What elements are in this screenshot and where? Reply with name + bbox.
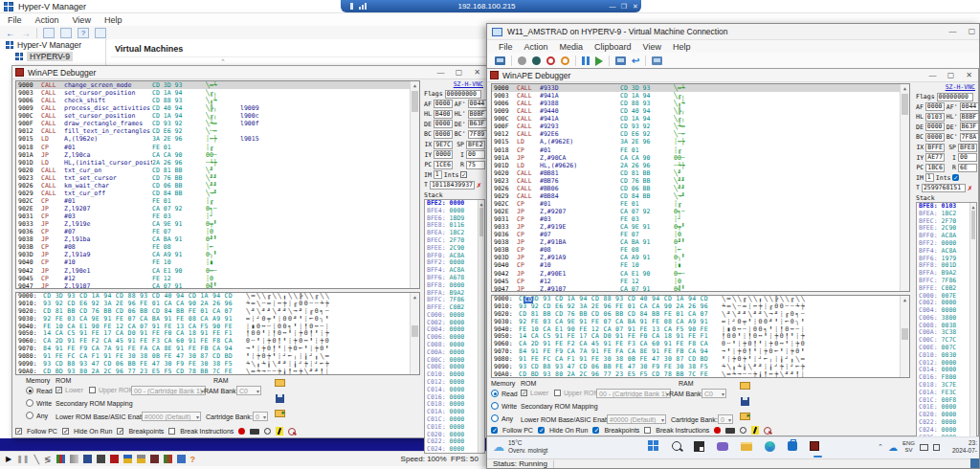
break-instructions-checkbox[interactable] — [644, 427, 651, 434]
disasm-row[interactable]: 9020 CALL #BB81 CD 81 BB ╲╜ — [492, 169, 909, 177]
register-field[interactable]: B63F — [468, 120, 487, 128]
disasm-row[interactable]: 9029 CALL #BB84 CD 84 BB ╲╼╜ — [492, 192, 909, 200]
rdp-close-button[interactable]: ✕ — [630, 3, 641, 11]
task-view-icon[interactable] — [694, 441, 704, 452]
mem-row[interactable]: 9090: 93 CD B8 93 47 CD 06 BB FE 47 30 F… — [492, 364, 909, 371]
mem-row[interactable]: 9080: 91 FE FC CA F1 91 FE 30 38 0B FE 4… — [16, 353, 419, 361]
register-field[interactable]: 0000 — [925, 133, 945, 142]
any-radio[interactable] — [26, 412, 33, 419]
flags-field[interactable]: 00000000 — [937, 93, 973, 101]
disasm-row[interactable]: 9003 CALL set_cursor_position CD 1A 94 ╲… — [16, 89, 419, 97]
im-field[interactable]: 1 — [925, 173, 934, 182]
close-button[interactable]: ✕ — [962, 70, 976, 81]
pause-icon[interactable]: ❚❚ — [16, 455, 29, 463]
register-field[interactable]: BFFE — [925, 144, 945, 152]
tree-item-hyperv9[interactable]: HYPERV-9 — [0, 51, 105, 62]
disasm-row[interactable]: 9009 CALL #9440 CD 40 94 ╲╠╷ — [492, 107, 909, 115]
register-field[interactable]: BFE8 — [958, 144, 977, 152]
memory-scrollbar[interactable]: ▲ — [410, 293, 419, 374]
disasm-row[interactable]: 9042 JP Z,l90e1 CA E1 90 Θ╍╌ — [16, 267, 419, 275]
vmconnect-menu-item[interactable]: Help — [673, 42, 691, 52]
disasm-row[interactable]: 9006 CALL #9388 CD 88 93 ╲╻┶ — [492, 100, 909, 107]
disasm-row[interactable]: 9015 LD A,(l962e) 3A 2E 96 ┆╍┾ l9015 — [16, 135, 419, 143]
disasm-row[interactable]: 9000 CALL change_screen_mode CD 3D 93 ╲═… — [16, 81, 419, 89]
disasm-row[interactable]: 9023 CALL txt_set_cursor CD 76 BB ╲╜╜ — [16, 174, 419, 182]
mem-row[interactable]: 9050: 14 CA C5 91 FE 17 CA D0 91 FE F0 C… — [492, 333, 909, 341]
stack-scrollbar[interactable]: ▲ — [478, 200, 484, 453]
disc-clock-icon[interactable] — [137, 455, 145, 463]
flags-field[interactable]: 00000000 — [445, 90, 481, 99]
disasm-row[interactable]: 9036 CP #07 FE 07 ┆Θ — [16, 228, 419, 235]
disasm-row[interactable]: 900C CALL #941A CD 1A 94 ╲╓╷ — [492, 115, 909, 123]
flags-link[interactable]: SZ-H-VNC — [424, 80, 485, 88]
edge-icon[interactable] — [765, 441, 775, 452]
minimize-button[interactable]: — — [925, 70, 940, 81]
language-indicator[interactable]: ENGSV — [902, 440, 915, 454]
follow-pc-checkbox[interactable] — [15, 428, 22, 435]
mem-row[interactable]: 9070: 84 91 FE F9 CA 7A 91 FE FA CA 8E 9… — [492, 348, 909, 356]
disasm-row[interactable]: 902E JP Z,#9207 CA 07 92 Θ╕╌ — [492, 208, 909, 215]
tape-icon[interactable] — [250, 429, 259, 435]
disc-save-icon[interactable] — [123, 455, 132, 463]
maximize-button[interactable]: ▢ — [944, 70, 958, 81]
disasm-row[interactable]: 9009 CALL process_disc_activities CD 40 … — [16, 104, 419, 112]
register-field[interactable]: 0000 — [925, 102, 945, 111]
save-snapshot-icon[interactable] — [83, 455, 92, 463]
export-icon[interactable] — [740, 413, 750, 420]
vmconnect-menu-item[interactable]: File — [499, 42, 513, 52]
disasm-row[interactable]: 9006 CALL check_shift CD 88 93 ╲╻┶ — [16, 97, 419, 104]
lower-rom-checkbox[interactable] — [56, 387, 62, 393]
disasm-scrollbar[interactable]: ▲ — [410, 81, 419, 288]
reset-counter-icon[interactable]: ✗ — [477, 181, 481, 190]
upper-rom-combo[interactable]: 00 - (Cartridge Bank 1) — [131, 386, 206, 395]
tape-icon[interactable] — [97, 455, 105, 463]
mem-row[interactable]: 9080: 91 FE FC CA F1 91 FE 30 38 0B FE 4… — [492, 356, 909, 364]
register-field[interactable]: 0000 — [434, 120, 453, 128]
winape-taskbar-icon[interactable] — [810, 441, 819, 451]
t-states-field[interactable]: 10118439937 — [430, 181, 475, 190]
disasm-scrollbar[interactable]: ▲ — [900, 84, 909, 291]
disasm-row[interactable]: 9038 JP Z,#91BA CA BA 91 Θ╜╹ — [492, 238, 909, 246]
register-field[interactable]: B8BF — [960, 113, 979, 122]
multiface-icon[interactable] — [164, 455, 172, 463]
window-icon[interactable] — [95, 28, 106, 38]
mem-row[interactable]: 9090: 93 CD B8 93 47 CD 06 BB FE 47 30 F… — [16, 361, 419, 368]
tree-item-root[interactable]: Hyper-V Manager — [0, 39, 105, 51]
maximize-button[interactable]: ▢ — [452, 67, 466, 78]
disasm-row[interactable]: 9020 CALL txt_cur_on CD 81 BB ╲╜ — [16, 167, 419, 174]
register-field[interactable]: B0BF — [468, 110, 487, 119]
network-icon[interactable] — [177, 455, 186, 463]
lower-rom-base-combo[interactable]: #0000 (Default) — [607, 414, 666, 424]
checkpoint-icon[interactable] — [615, 56, 626, 65]
export-icon[interactable] — [275, 410, 285, 417]
export-console-icon[interactable] — [43, 28, 55, 38]
disasm-row[interactable]: 9033 JP Z,l919e CA 9E 91 Θ╤╹ — [16, 220, 419, 228]
upper-rom-checkbox[interactable] — [89, 387, 96, 393]
disasm-row[interactable]: 9033 JP Z,#919E CA 9E 91 Θ╤╹ — [492, 223, 909, 231]
disasm-row[interactable]: 9040 CP #10 FE 10 ┆▮ — [492, 261, 909, 269]
forward-arrow-icon[interactable]: → — [21, 28, 31, 38]
start-icon[interactable] — [532, 56, 541, 65]
disasm-row[interactable]: 9045 CP #12 FE 12 ┆Θ — [16, 275, 419, 282]
t-states-field[interactable]: 2599768151 — [922, 184, 966, 192]
chat-icon[interactable] — [717, 442, 728, 451]
back-arrow-icon[interactable]: ← — [6, 28, 15, 38]
disasm-row[interactable]: 900C CALL set_cursor_position CD 1A 94 ╲… — [16, 112, 419, 120]
taskbar-clock[interactable]: 23:2024-07- — [945, 439, 977, 455]
disasm-row[interactable]: 9015 LD A,(#962E) 3A 2E 96 ┆╍┾ — [492, 138, 909, 145]
mem-row[interactable]: 9060: CA 2D 91 FE F2 CA 45 91 FE F3 CA 6… — [492, 341, 909, 348]
disasm-row[interactable]: 902E JP Z,l9207 CA 07 92 Θ╕╌ — [16, 205, 419, 212]
register-field[interactable]: 7F8A — [960, 133, 979, 142]
resize-grip[interactable] — [970, 458, 979, 468]
ints-checkbox[interactable] — [460, 171, 467, 178]
close-button[interactable]: ✕ — [470, 67, 484, 78]
disasm-row[interactable]: 902C CP #01 FE 01 ┆╓ — [16, 197, 419, 205]
register-field[interactable]: 0044 — [468, 100, 487, 108]
pause-vm-icon[interactable] — [582, 56, 590, 65]
disasm-row[interactable]: 9012 CALL #92E6 CD E6 92 ╲╌╍ — [492, 130, 909, 138]
sound-tray-icon[interactable] — [933, 444, 940, 451]
mem-row[interactable]: 9000: CD 3D 93 CD 1A 94 CD 88 93 CD 40 9… — [16, 293, 419, 301]
revert-icon[interactable]: ↩ — [632, 56, 639, 66]
disasm-row[interactable]: 901A JP Z,#90CA CA CA 90 ΘΘ╌ — [492, 154, 909, 162]
disc-b-icon[interactable] — [70, 455, 78, 463]
